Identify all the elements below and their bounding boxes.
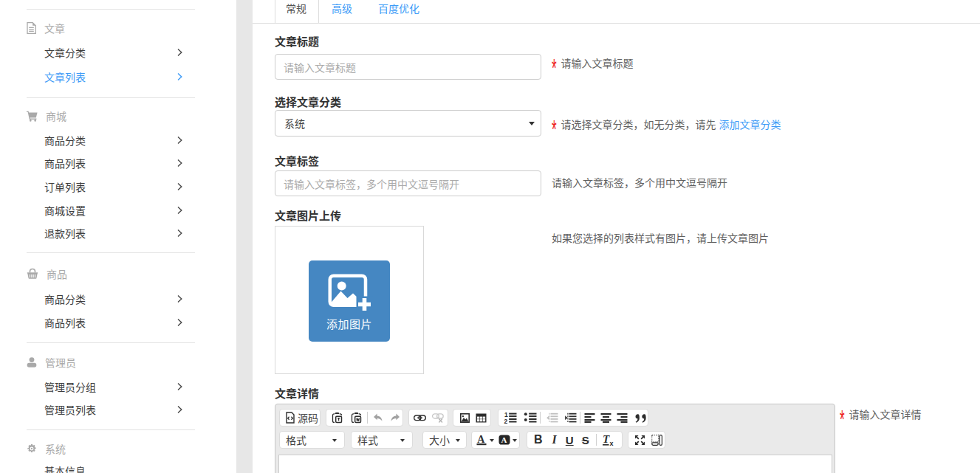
svg-text:A: A [501, 435, 507, 444]
svg-text:T: T [603, 434, 610, 445]
svg-text:A: A [477, 434, 485, 445]
svg-text:2: 2 [504, 418, 508, 424]
svg-text:x: x [609, 440, 613, 446]
